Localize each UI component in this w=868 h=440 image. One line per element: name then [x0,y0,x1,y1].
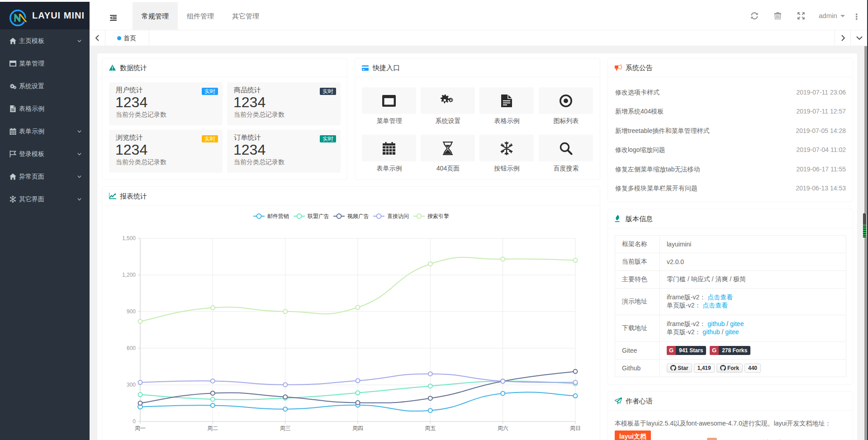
svg-text:900: 900 [127,308,136,315]
svg-text:0: 0 [133,418,136,425]
svg-text:周日: 周日 [570,425,581,431]
svg-text:搜索引擎: 搜索引擎 [427,213,449,219]
svg-text:联盟广告: 联盟广告 [307,213,329,219]
svg-text:1,200: 1,200 [122,272,136,278]
svg-text:周六: 周六 [498,425,508,431]
svg-text:周五: 周五 [425,425,436,431]
svg-text:周二: 周二 [207,425,218,431]
svg-text:视频广告: 视频广告 [347,213,369,219]
svg-text:邮件营销: 邮件营销 [267,213,289,219]
svg-text:600: 600 [127,345,136,351]
svg-text:周一: 周一 [135,425,146,431]
svg-text:直接访问: 直接访问 [387,213,409,219]
svg-text:周三: 周三 [280,425,291,431]
svg-text:300: 300 [127,382,136,388]
svg-text:1,500: 1,500 [122,235,136,241]
svg-text:周四: 周四 [352,425,363,431]
